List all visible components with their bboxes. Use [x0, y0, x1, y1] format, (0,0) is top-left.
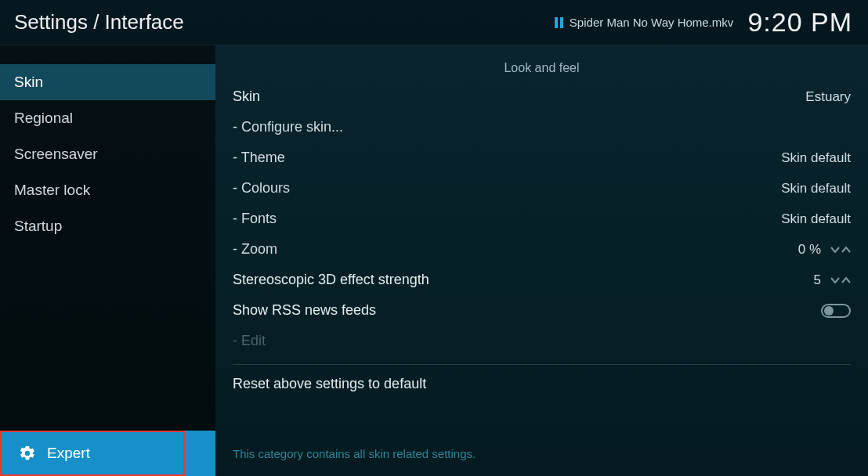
gear-icon: [19, 445, 36, 462]
row-label: - Zoom: [233, 241, 277, 258]
spinner-arrows-icon[interactable]: [830, 245, 851, 254]
row-value: Estuary: [805, 89, 851, 105]
row-fonts[interactable]: - Fonts Skin default: [215, 204, 868, 234]
clock: 9:20 PM: [747, 7, 852, 38]
content: Look and feel Skin Estuary - Configure s…: [215, 45, 868, 476]
row-reset-defaults[interactable]: Reset above settings to default: [215, 365, 868, 400]
sidebar-item-label: Skin: [14, 74, 43, 90]
settings-level-button[interactable]: Expert: [0, 431, 185, 476]
sidebar-item-regional[interactable]: Regional: [0, 100, 215, 136]
sidebar-tail: [185, 431, 215, 476]
row-label: - Edit: [233, 333, 266, 349]
row-stereoscopic[interactable]: Stereoscopic 3D effect strength 5: [215, 265, 868, 295]
row-value: Skin default: [781, 211, 851, 227]
sidebar-item-label: Master lock: [14, 182, 90, 198]
row-zoom[interactable]: - Zoom 0 %: [215, 234, 868, 265]
sidebar-item-label: Regional: [14, 110, 73, 126]
sidebar-item-label: Screensaver: [14, 146, 98, 162]
pause-icon: [555, 17, 563, 28]
header-right: Spider Man No Way Home.mkv 9:20 PM: [555, 7, 852, 38]
row-rss[interactable]: Show RSS news feeds: [215, 295, 868, 326]
toggle-off-icon[interactable]: [821, 304, 851, 318]
sidebar: Skin Regional Screensaver Master lock St…: [0, 45, 215, 476]
row-value: [821, 304, 851, 318]
row-label: Show RSS news feeds: [233, 302, 376, 319]
sidebar-items: Skin Regional Screensaver Master lock St…: [0, 45, 215, 476]
help-text: This category contains all skin related …: [233, 447, 851, 460]
row-skin[interactable]: Skin Estuary: [215, 81, 868, 112]
sidebar-item-skin[interactable]: Skin: [0, 64, 215, 100]
section-title: Look and feel: [215, 61, 868, 75]
row-label: - Theme: [233, 150, 285, 166]
row-label: - Fonts: [233, 211, 277, 227]
row-edit-rss: - Edit: [215, 326, 868, 356]
row-label: Stereoscopic 3D effect strength: [233, 272, 429, 288]
now-playing[interactable]: Spider Man No Way Home.mkv: [555, 16, 734, 29]
spinner-arrows-icon[interactable]: [830, 276, 851, 285]
sidebar-item-label: Startup: [14, 218, 62, 234]
sidebar-item-startup[interactable]: Startup: [0, 208, 215, 244]
row-label: Reset above settings to default: [233, 376, 426, 391]
row-value: Skin default: [781, 181, 851, 197]
row-value: Skin default: [781, 150, 851, 166]
row-value: 5: [814, 272, 851, 288]
settings-level-label: Expert: [47, 445, 90, 462]
sidebar-item-screensaver[interactable]: Screensaver: [0, 136, 215, 172]
stereo-value-text: 5: [814, 272, 821, 288]
row-label: - Colours: [233, 180, 290, 197]
row-label: - Configure skin...: [233, 119, 343, 135]
row-configure-skin[interactable]: - Configure skin...: [215, 112, 868, 142]
zoom-value-text: 0 %: [798, 242, 821, 258]
row-label: Skin: [233, 88, 260, 105]
header: Settings / Interface Spider Man No Way H…: [0, 0, 868, 45]
row-value: 0 %: [798, 242, 851, 258]
sidebar-item-master-lock[interactable]: Master lock: [0, 172, 215, 208]
main: Skin Regional Screensaver Master lock St…: [0, 45, 868, 476]
breadcrumb: Settings / Interface: [14, 10, 184, 34]
row-colours[interactable]: - Colours Skin default: [215, 173, 868, 204]
row-theme[interactable]: - Theme Skin default: [215, 142, 868, 173]
now-playing-title: Spider Man No Way Home.mkv: [570, 16, 734, 29]
